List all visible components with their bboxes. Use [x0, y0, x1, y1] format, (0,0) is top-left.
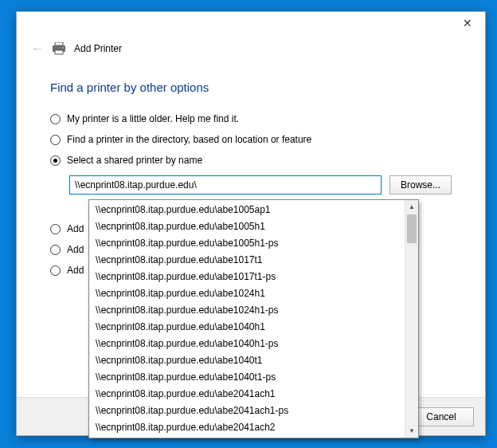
- dropdown-item[interactable]: \\ecnprint08.itap.purdue.edu\abe1005h1: [89, 218, 405, 235]
- svg-rect-2: [55, 50, 63, 54]
- dropdown-list: \\ecnprint08.itap.purdue.edu\abe1005ap1 …: [89, 200, 405, 438]
- printer-icon: [52, 42, 66, 55]
- radio-icon: [50, 155, 61, 166]
- dropdown-item[interactable]: \\ecnprint08.itap.purdue.edu\abe1040h1-p…: [89, 336, 405, 352]
- dropdown-item[interactable]: \\ecnprint08.itap.purdue.edu\abe2041ach2…: [89, 436, 405, 438]
- dropdown-item[interactable]: \\ecnprint08.itap.purdue.edu\abe2041ach1…: [89, 403, 405, 419]
- printer-path-input[interactable]: [69, 175, 382, 195]
- dropdown-item[interactable]: \\ecnprint08.itap.purdue.edu\abe1005ap1: [89, 202, 405, 218]
- dropdown-item[interactable]: \\ecnprint08.itap.purdue.edu\abe1017t1: [89, 252, 405, 269]
- option-find-older[interactable]: My printer is a little older. Help me fi…: [50, 113, 452, 124]
- option-label: Add: [67, 265, 84, 276]
- browse-button[interactable]: Browse...: [389, 175, 452, 195]
- option-label: Find a printer in the directory, based o…: [67, 134, 311, 145]
- scroll-thumb[interactable]: [407, 214, 417, 243]
- radio-icon: [50, 265, 61, 276]
- dropdown-item[interactable]: \\ecnprint08.itap.purdue.edu\abe1024h1-p…: [89, 302, 405, 319]
- radio-icon: [50, 245, 61, 255]
- radio-icon: [50, 135, 61, 145]
- dropdown-item[interactable]: \\ecnprint08.itap.purdue.edu\abe1005h1-p…: [89, 235, 405, 252]
- svg-point-3: [62, 47, 64, 49]
- wizard-header: ← Add Printer: [17, 36, 485, 60]
- scroll-up-icon[interactable]: ▲: [405, 200, 418, 214]
- option-label: Select a shared printer by name: [67, 155, 202, 166]
- printer-path-row: Browse... \\ecnprint08.itap.purdue.edu\a…: [69, 175, 452, 195]
- titlebar: ✕: [17, 12, 485, 36]
- option-find-directory[interactable]: Find a printer in the directory, based o…: [50, 134, 452, 145]
- radio-icon: [50, 114, 61, 124]
- header-title: Add Printer: [74, 43, 122, 54]
- dropdown-item[interactable]: \\ecnprint08.itap.purdue.edu\abe1040h1: [89, 319, 405, 336]
- dropdown-item[interactable]: \\ecnprint08.itap.purdue.edu\abe2041ach1: [89, 386, 405, 403]
- dropdown-item[interactable]: \\ecnprint08.itap.purdue.edu\abe1024h1: [89, 285, 405, 302]
- add-printer-window: ✕ ← Add Printer Find a printer by other …: [16, 11, 486, 436]
- dropdown-item[interactable]: \\ecnprint08.itap.purdue.edu\abe2041ach2: [89, 419, 405, 436]
- autocomplete-dropdown: \\ecnprint08.itap.purdue.edu\abe1005ap1 …: [88, 199, 419, 438]
- close-button[interactable]: ✕: [450, 12, 485, 34]
- radio-icon: [50, 224, 61, 234]
- content-area: Find a printer by other options My print…: [17, 60, 485, 276]
- option-shared-by-name[interactable]: Select a shared printer by name: [50, 155, 452, 166]
- page-heading: Find a printer by other options: [50, 81, 452, 94]
- dropdown-item[interactable]: \\ecnprint08.itap.purdue.edu\abe1017t1-p…: [89, 269, 405, 285]
- option-label: Add: [67, 244, 84, 255]
- option-label: My printer is a little older. Help me fi…: [67, 113, 239, 124]
- svg-rect-0: [55, 42, 63, 45]
- option-label: Add: [67, 223, 84, 234]
- back-arrow-icon[interactable]: ←: [31, 41, 44, 56]
- scroll-down-icon[interactable]: ▼: [405, 424, 418, 438]
- dropdown-item[interactable]: \\ecnprint08.itap.purdue.edu\abe1040t1: [89, 352, 405, 369]
- dropdown-item[interactable]: \\ecnprint08.itap.purdue.edu\abe1040t1-p…: [89, 369, 405, 386]
- dropdown-scrollbar[interactable]: ▲ ▼: [405, 200, 418, 438]
